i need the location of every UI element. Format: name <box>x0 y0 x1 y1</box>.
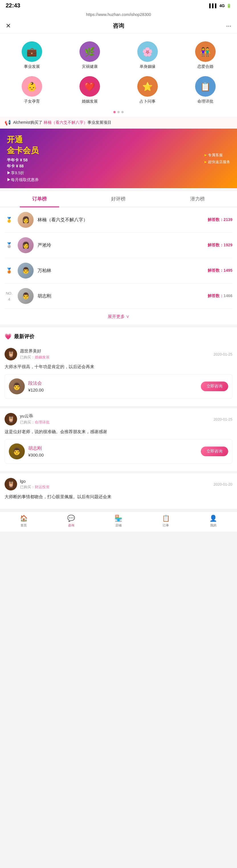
reviewer-info-2: yu云乖 已购买：命理详批 <box>20 413 49 425</box>
rank-name-4: 胡志刚 <box>38 293 204 299</box>
ranking-item-4[interactable]: NO. 4 👨 胡志刚 解答数：1466 <box>5 283 232 309</box>
expert-info-1: 段法会 ¥120.00 <box>28 380 197 392</box>
rank-count-4: 解答数：1466 <box>208 293 232 299</box>
category-grid: 💼 事业发展 🌿 灾祸健康 🌸 单身姻缘 👫 恋爱合婚 👶 子女孕育 ❤️ 婚姻… <box>3 39 234 106</box>
ranking-item-1[interactable]: 🥇 👩 林楠（看六爻不解八字） 解答数：2139 <box>5 207 232 233</box>
category-item-health[interactable]: 🌿 灾祸健康 <box>61 39 118 71</box>
rank-count-1: 解答数：2139 <box>208 217 232 222</box>
rank-info-3: 万柏林 <box>38 268 204 274</box>
rank-count-2: 解答数：1929 <box>208 243 232 248</box>
consult-button-2[interactable]: 立即咨询 <box>201 446 228 456</box>
status-time: 22:43 <box>6 2 20 9</box>
banner-discount: ▶享9.5折 <box>7 170 39 176</box>
banner-right: ▶专属客服 ▶超快速店服务 <box>205 153 230 164</box>
career-label: 事业发展 <box>24 64 40 69</box>
tabs-header: 订单榜 好评榜 潜力榜 <box>0 191 237 207</box>
bottom-nav-shop[interactable]: 🏪 店铺 <box>114 515 122 528</box>
wedding-label: 婚姻发展 <box>82 99 98 104</box>
heart-icon: 💗 <box>5 333 12 340</box>
reviewer-purchase-2: 已购买：命理详批 <box>20 420 49 425</box>
rank-name-1: 林楠（看六爻不解八字） <box>38 217 204 223</box>
review-header-3: 🦉 lgo 已购买：财运投资 2020-01-20 <box>5 478 232 491</box>
career-icon: 💼 <box>22 41 42 62</box>
home-icon: 🏠 <box>20 515 28 522</box>
tab-reviews[interactable]: 好评榜 <box>79 191 158 207</box>
rank-badge-4: NO. 4 <box>5 290 14 302</box>
notice-expert-name: 林楠（看六爻不解八字） <box>43 120 88 125</box>
reviews-section-header: 💗 最新评价 <box>0 328 237 343</box>
category-item-divination[interactable]: ⭐ 占卜问事 <box>118 74 176 106</box>
bottom-nav-consult[interactable]: 💬 咨询 <box>67 515 75 528</box>
bottom-nav-home[interactable]: 🏠 首页 <box>20 515 28 528</box>
children-label: 子女孕育 <box>24 99 40 104</box>
status-icons: ▌▌▌ 4G 🔋 <box>209 3 231 8</box>
love-label: 恋爱合婚 <box>197 64 213 69</box>
review-text-2: 这是位好老师，说的很准确。会推荐朋友来，感谢感谢 <box>5 428 232 435</box>
ranking-item-3[interactable]: 🥉 👨 万柏林 解答数：1495 <box>5 258 232 283</box>
review-date-2: 2020-01-25 <box>214 417 233 422</box>
orders-label: 订单 <box>163 523 169 528</box>
consult-label: 咨询 <box>68 523 74 528</box>
expert-price-1: ¥120.00 <box>28 388 197 392</box>
url-bar: https://www.huzhan.com/ishop28300 <box>0 11 237 19</box>
review-header-2: 🦉 yu云乖 已购买：命理详批 2020-01-25 <box>5 413 232 426</box>
category-item-career[interactable]: 💼 事业发展 <box>3 39 61 71</box>
ranking-list: 🥇 👩 林楠（看六爻不解八字） 解答数：2139 🥈 👩 严淞玲 解答数：192… <box>0 207 237 309</box>
reviewer-avatar-1: 🦉 <box>5 348 17 361</box>
reviewer-purchase-3: 已购买：财运投资 <box>20 485 49 490</box>
expert-info-2: 胡志刚 ¥300.00 <box>28 445 197 457</box>
marriage-label: 单身姻缘 <box>140 64 156 69</box>
expert-card-1: 👨 段法会 ¥120.00 立即咨询 <box>5 374 232 399</box>
category-item-destiny[interactable]: 📋 命理详批 <box>176 74 234 106</box>
bottom-nav-orders[interactable]: 📋 订单 <box>162 515 170 528</box>
more-button[interactable]: ··· <box>226 22 231 30</box>
category-item-marriage[interactable]: 🌸 单身姻缘 <box>118 39 176 71</box>
consult-button-1[interactable]: 立即咨询 <box>201 381 228 391</box>
close-button[interactable]: ✕ <box>6 22 11 30</box>
reviewer-avatar-2: 🦉 <box>5 413 17 426</box>
category-item-children[interactable]: 👶 子女孕育 <box>3 74 61 106</box>
reviewer-purchase-1: 已购买：婚姻发展 <box>20 355 49 360</box>
profile-label: 我的 <box>210 523 216 528</box>
status-bar: 22:43 ▌▌▌ 4G 🔋 <box>0 0 237 11</box>
reviewer-name-1: 愿世界美好 <box>20 348 49 354</box>
ranking-item-2[interactable]: 🥈 👩 严淞玲 解答数：1929 <box>5 233 232 258</box>
notice-text: Alchemist购买了 林楠（看六爻不解八字）事业发展项目 <box>13 120 111 125</box>
pagination-dots <box>0 109 237 117</box>
reviewer-left-1: 🦉 愿世界美好 已购买：婚姻发展 <box>5 348 49 361</box>
tab-orders[interactable]: 订单榜 <box>0 191 79 207</box>
banner-left: 开通金卡会员 半年卡 ¥ 58 年卡 ¥ 88 ▶享9.5折 ▶每月领取优惠券 <box>7 134 39 183</box>
review-card-2: 🦉 yu云乖 已购买：命理详批 2020-01-25 这是位好老师，说的很准确。… <box>0 406 237 468</box>
expert-name-2: 胡志刚 <box>28 445 197 452</box>
membership-banner[interactable]: 开通金卡会员 半年卡 ¥ 58 年卡 ¥ 88 ▶享9.5折 ▶每月领取优惠券 … <box>0 129 237 188</box>
notice-icon: 📢 <box>5 120 11 126</box>
review-date-3: 2020-01-20 <box>214 482 233 487</box>
reviewer-name-3: lgo <box>20 479 49 484</box>
reviewer-avatar-3: 🦉 <box>5 478 17 491</box>
half-year-price: 半年卡 ¥ 58 <box>7 158 39 163</box>
rank-name-2: 严淞玲 <box>38 242 204 248</box>
expert-price-2: ¥300.00 <box>28 453 197 457</box>
expand-more-button[interactable]: 展开更多 ∨ <box>0 309 237 324</box>
network-type: 4G <box>219 3 225 8</box>
dot-1[interactable] <box>113 111 116 113</box>
shop-label: 店铺 <box>115 523 122 528</box>
reviews-title: 最新评价 <box>14 333 34 340</box>
health-icon: 🌿 <box>79 41 100 62</box>
category-item-wedding[interactable]: ❤️ 婚姻发展 <box>61 74 118 106</box>
reviewer-name-2: yu云乖 <box>20 413 49 419</box>
page-title: 咨询 <box>113 22 124 30</box>
expert-name-1: 段法会 <box>28 380 197 386</box>
reviewer-left-2: 🦉 yu云乖 已购买：命理详批 <box>5 413 49 426</box>
bottom-nav-profile[interactable]: 👤 我的 <box>209 515 217 528</box>
avatar-rank4: 👨 <box>18 288 34 304</box>
dot-2[interactable] <box>117 111 120 113</box>
children-icon: 👶 <box>22 76 42 97</box>
rank-info-1: 林楠（看六爻不解八字） <box>38 217 204 223</box>
tab-potential[interactable]: 潜力榜 <box>158 191 237 207</box>
dot-3[interactable] <box>121 111 124 113</box>
consult-icon: 💬 <box>67 515 75 522</box>
category-item-love[interactable]: 👫 恋爱合婚 <box>176 39 234 71</box>
avatar-rank1: 👩 <box>18 212 34 228</box>
review-text-3: 大师断的事情都吻合，打心眼里佩服。以后有问题还会来 <box>5 493 232 500</box>
